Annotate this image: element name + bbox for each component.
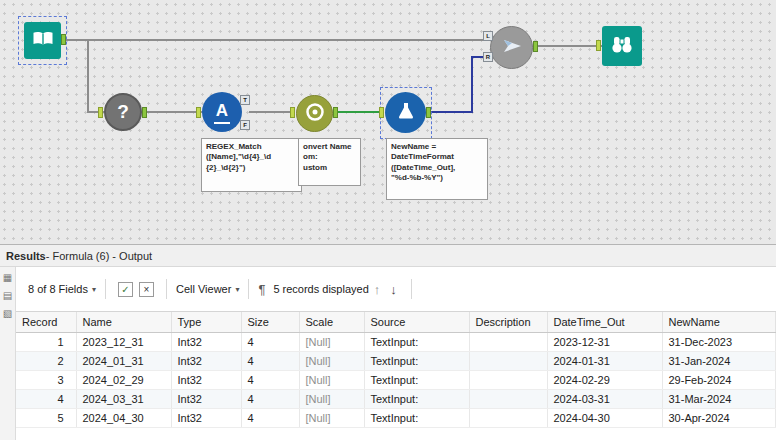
datetime-annotation[interactable]: onvert Name om: ustom [298,138,361,186]
header-row: Record Name Type Size Scale Source Descr… [16,312,776,332]
alteryx-designer-window: ? A T F [0,0,776,440]
cell-source[interactable]: TextInput: [364,370,469,389]
cell-record[interactable]: 2 [16,351,76,370]
question-mark-tool[interactable]: ? [104,93,142,131]
regex-input-anchor [196,107,201,118]
cell-datetime-out[interactable]: 2024-02-29 [547,370,662,389]
binoculars-icon [610,35,634,58]
toolbar-separator [166,279,167,299]
metadata-view-icon[interactable]: ▤ [3,290,12,301]
cell-name[interactable]: 2024_03_31 [76,389,171,408]
cell-name[interactable]: 2023_12_31 [76,332,171,351]
cell-description[interactable] [469,351,547,370]
fields-dropdown[interactable]: 8 of 8 Fields ▾ [28,283,96,295]
cell-datetime-out[interactable]: 2024-04-30 [547,408,662,427]
column-header-scale[interactable]: Scale [299,312,364,332]
cell-viewer-dropdown[interactable]: Cell Viewer ▾ [176,283,239,295]
cell-type[interactable]: Int32 [171,389,241,408]
browse-tool[interactable] [602,26,642,66]
formula-annotation[interactable]: NewName = DateTimeFormat ([DateTime_Out]… [386,138,488,200]
column-header-name[interactable]: Name [76,312,171,332]
wire-question-to-regex [146,111,202,113]
cell-type[interactable]: Int32 [171,351,241,370]
cell-size[interactable]: 4 [241,351,299,370]
cell-name[interactable]: 2024_02_29 [76,370,171,389]
profile-view-icon[interactable]: ▧ [3,308,12,319]
cell-size[interactable]: 4 [241,408,299,427]
regex-annotation[interactable]: REGEX_Match ([Name],"\d{4}_\d {2}_\d{2}"… [201,138,302,192]
cell-record[interactable]: 5 [16,408,76,427]
cell-type[interactable]: Int32 [171,370,241,389]
column-header-datetime-out[interactable]: DateTime_Out [547,312,662,332]
wire-formula-out-v [471,57,473,113]
chevron-down-icon: ▾ [235,285,239,294]
table-row[interactable]: 2 2024_01_31 Int32 4 [Null] TextInput: 2… [16,351,776,370]
datetime-input-anchor [290,107,295,118]
cell-newname[interactable]: 31-Dec-2023 [662,332,776,351]
cell-size[interactable]: 4 [241,332,299,351]
table-row[interactable]: 5 2024_04_30 Int32 4 [Null] TextInput: 2… [16,408,776,427]
toolbar-separator [105,279,106,299]
chevron-down-icon: ▾ [92,285,96,294]
wire-formula-out-h [431,111,473,113]
column-header-description[interactable]: Description [469,312,547,332]
cell-name[interactable]: 2024_01_31 [76,351,171,370]
book-icon [32,31,54,51]
cell-newname[interactable]: 29-Feb-2024 [662,370,776,389]
cell-record[interactable]: 1 [16,332,76,351]
cell-description[interactable] [469,408,547,427]
arrow-down-icon[interactable]: ↓ [390,282,397,297]
table-row[interactable]: 1 2023_12_31 Int32 4 [Null] TextInput: 2… [16,332,776,351]
cell-record[interactable]: 4 [16,389,76,408]
cell-name[interactable]: 2024_04_30 [76,408,171,427]
cell-type[interactable]: Int32 [171,408,241,427]
regex-tool[interactable]: A [202,92,242,132]
cell-source[interactable]: TextInput: [364,389,469,408]
cell-source[interactable]: TextInput: [364,351,469,370]
cell-size[interactable]: 4 [241,389,299,408]
text-input-tool[interactable] [24,22,61,59]
arrow-up-icon[interactable]: ↑ [374,282,381,297]
join-output-anchor [533,41,538,52]
cell-description[interactable] [469,370,547,389]
workflow-canvas[interactable]: ? A T F [0,0,776,244]
results-panel: Results - Formula (6) - Output ▦ ▤ ▧ 8 o… [0,244,776,440]
text-input-output-anchor [61,34,66,45]
wire-textinput-to-join [66,39,486,41]
cell-record[interactable]: 3 [16,370,76,389]
cell-scale: [Null] [299,332,364,351]
results-grid: Record Name Type Size Scale Source Descr… [16,312,776,428]
cell-datetime-out[interactable]: 2023-12-31 [547,332,662,351]
table-row[interactable]: 3 2024_02_29 Int32 4 [Null] TextInput: 2… [16,370,776,389]
paragraph-icon[interactable]: ¶ [258,282,265,297]
cell-size[interactable]: 4 [241,370,299,389]
x-box-icon[interactable]: × [139,282,154,297]
cell-description[interactable] [469,332,547,351]
cell-datetime-out[interactable]: 2024-03-31 [547,389,662,408]
cell-description[interactable] [469,389,547,408]
flask-icon [396,101,416,125]
cell-datetime-out[interactable]: 2024-01-31 [547,351,662,370]
column-header-size[interactable]: Size [241,312,299,332]
cell-newname[interactable]: 31-Mar-2024 [662,389,776,408]
table-view-icon[interactable]: ▦ [3,272,12,283]
join-tool[interactable] [490,26,533,69]
checkmark-box-icon[interactable]: ✓ [118,282,133,297]
formula-tool[interactable] [385,92,426,133]
cell-scale: [Null] [299,351,364,370]
cell-type[interactable]: Int32 [171,332,241,351]
column-header-type[interactable]: Type [171,312,241,332]
results-title-bar: Results - Formula (6) - Output [0,245,776,267]
cell-source[interactable]: TextInput: [364,408,469,427]
join-left-input-anchor: L [483,31,493,41]
table-row[interactable]: 4 2024_03_31 Int32 4 [Null] TextInput: 2… [16,389,776,408]
cell-newname[interactable]: 31-Jan-2024 [662,351,776,370]
clock-icon [304,101,326,127]
column-header-record[interactable]: Record [16,312,76,332]
column-header-source[interactable]: Source [364,312,469,332]
cell-newname[interactable]: 30-Apr-2024 [662,408,776,427]
cell-viewer-label: Cell Viewer [176,283,231,295]
cell-source[interactable]: TextInput: [364,332,469,351]
datetime-tool[interactable] [296,95,333,132]
column-header-newname[interactable]: NewName [662,312,776,332]
